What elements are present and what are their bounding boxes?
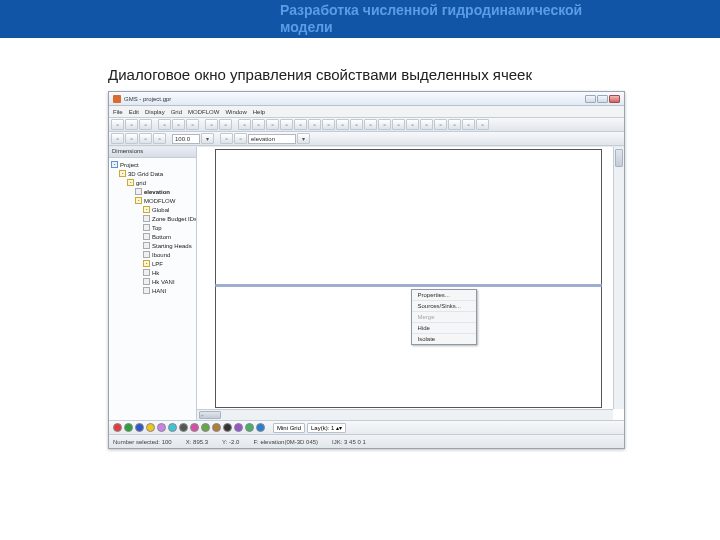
color-swatch[interactable] (113, 423, 122, 432)
menu-display[interactable]: Display (145, 109, 165, 115)
project-tree[interactable]: Project 3D Grid Data grid elevation MODF… (109, 158, 196, 420)
color-swatch[interactable] (234, 423, 243, 432)
tool-button[interactable]: ▫ (308, 119, 321, 130)
tree-item[interactable]: Hk (143, 268, 194, 277)
status-y: Y: -2.0 (222, 439, 239, 445)
mini-grid-chip[interactable]: Mini Grid (273, 423, 305, 433)
tool-button[interactable]: ▫ (234, 133, 247, 144)
color-swatch[interactable] (212, 423, 221, 432)
tool-button[interactable]: ▫ (392, 119, 405, 130)
ctx-sources-sinks[interactable]: Sources/Sinks... (412, 301, 476, 312)
tree-item[interactable]: Top (143, 223, 194, 232)
color-swatch[interactable] (223, 423, 232, 432)
copy-button[interactable]: ▫ (172, 119, 185, 130)
app-window: GMS - project.gpr File Edit Display Grid… (108, 91, 625, 449)
maximize-button[interactable] (597, 95, 608, 103)
tree-item[interactable]: MODFLOW (135, 196, 194, 205)
menu-file[interactable]: File (113, 109, 123, 115)
tree-item[interactable]: 3D Grid Data (119, 169, 194, 178)
color-swatch[interactable] (168, 423, 177, 432)
slide-caption: Диалоговое окно управления свойствами вы… (108, 66, 720, 83)
tool-button[interactable]: ▫ (125, 133, 138, 144)
tool-button[interactable]: ▫ (280, 119, 293, 130)
menu-edit[interactable]: Edit (129, 109, 139, 115)
color-swatch[interactable] (256, 423, 265, 432)
tool-button[interactable]: ▫ (364, 119, 377, 130)
sidebar-title: Dimensions (109, 147, 196, 158)
tool-button[interactable]: ▫ (350, 119, 363, 130)
tool-button[interactable]: ▫ (420, 119, 433, 130)
status-f: F: elevation(0M-3D 045) (253, 439, 318, 445)
layer-chip[interactable]: Lay(k): 1▴▾ (307, 423, 346, 433)
tool-button[interactable]: ▫ (336, 119, 349, 130)
redo-button[interactable]: ▫ (219, 119, 232, 130)
tree-item[interactable]: grid (127, 178, 194, 187)
tool-button[interactable]: ▫ (406, 119, 419, 130)
tree-item[interactable]: Starting Heads (143, 241, 194, 250)
horizontal-scrollbar[interactable] (197, 409, 613, 420)
tree-item[interactable]: Bottom (143, 232, 194, 241)
menu-grid[interactable]: Grid (171, 109, 182, 115)
save-button[interactable]: ▫ (139, 119, 152, 130)
scroll-thumb[interactable] (615, 149, 623, 167)
new-button[interactable]: ▫ (111, 119, 124, 130)
paste-button[interactable]: ▫ (186, 119, 199, 130)
color-swatch[interactable] (245, 423, 254, 432)
undo-button[interactable]: ▫ (205, 119, 218, 130)
color-swatch[interactable] (190, 423, 199, 432)
axis-indicator-icon: ⌐ (201, 412, 204, 418)
menu-help[interactable]: Help (253, 109, 265, 115)
tree-item[interactable]: elevation (135, 187, 194, 196)
tool-button[interactable]: ▫ (266, 119, 279, 130)
ctx-hide[interactable]: Hide (412, 323, 476, 334)
tree-item[interactable]: LPF (143, 259, 194, 268)
tree-item[interactable]: Ibound (143, 250, 194, 259)
color-swatch[interactable] (201, 423, 210, 432)
tool-button[interactable]: ▫ (448, 119, 461, 130)
cut-button[interactable]: ▫ (158, 119, 171, 130)
tree-item[interactable]: Global (143, 205, 194, 214)
zoom-dropdown[interactable]: ▾ (201, 133, 214, 144)
menu-window[interactable]: Window (225, 109, 246, 115)
zoom-input[interactable]: 100.0 (172, 134, 200, 144)
tree-root[interactable]: Project (111, 160, 194, 169)
color-swatch[interactable] (135, 423, 144, 432)
color-swatch[interactable] (157, 423, 166, 432)
tool-button[interactable]: ▫ (139, 133, 152, 144)
vertical-scrollbar[interactable] (613, 147, 624, 409)
window-titlebar[interactable]: GMS - project.gpr (109, 92, 624, 106)
open-button[interactable]: ▫ (125, 119, 138, 130)
tool-button[interactable]: ▫ (462, 119, 475, 130)
grid-canvas[interactable]: Properties... Sources/Sinks... Merge Hid… (197, 147, 624, 420)
ctx-isolate[interactable]: Isolate (412, 334, 476, 344)
model-grid[interactable] (215, 149, 602, 408)
field-selector[interactable]: elevation (248, 134, 296, 144)
tool-button[interactable]: ▫ (378, 119, 391, 130)
color-swatch[interactable] (146, 423, 155, 432)
color-swatch[interactable] (179, 423, 188, 432)
tool-button[interactable]: ▫ (220, 133, 233, 144)
selected-cells[interactable] (215, 284, 602, 287)
tool-button[interactable]: ▫ (111, 133, 124, 144)
status-ijk: IJK: 3 45 0 1 (332, 439, 366, 445)
tool-button[interactable]: ▫ (476, 119, 489, 130)
field-dropdown[interactable]: ▾ (297, 133, 310, 144)
tool-button[interactable]: ▫ (153, 133, 166, 144)
tree-item[interactable]: Hk VANI (143, 277, 194, 286)
close-button[interactable] (609, 95, 620, 103)
toolbar-row-2: ▫ ▫ ▫ ▫ 100.0 ▾ ▫ ▫ elevation ▾ (109, 132, 624, 146)
tool-button[interactable]: ▫ (238, 119, 251, 130)
tool-button[interactable]: ▫ (322, 119, 335, 130)
status-selected: Number selected: 100 (113, 439, 172, 445)
tool-button[interactable]: ▫ (294, 119, 307, 130)
menu-modflow[interactable]: MODFLOW (188, 109, 219, 115)
tool-button[interactable]: ▫ (434, 119, 447, 130)
ctx-properties[interactable]: Properties... (412, 290, 476, 301)
color-swatch[interactable] (124, 423, 133, 432)
menu-bar: File Edit Display Grid MODFLOW Window He… (109, 106, 624, 118)
tool-button[interactable]: ▫ (252, 119, 265, 130)
minimize-button[interactable] (585, 95, 596, 103)
tree-item[interactable]: Zone Budget IDs (143, 214, 194, 223)
tree-item[interactable]: HANI (143, 286, 194, 295)
status-bar: Number selected: 100 X: 895.3 Y: -2.0 F:… (109, 434, 624, 448)
